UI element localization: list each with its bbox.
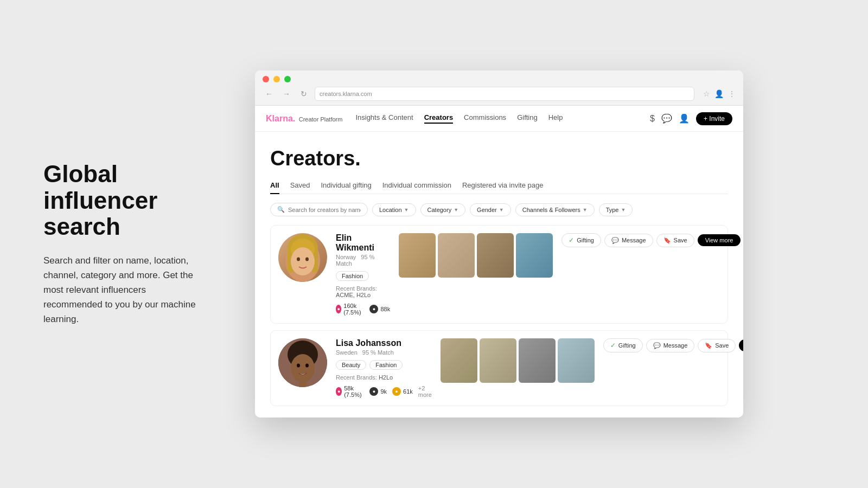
- star-icon[interactable]: ☆: [703, 89, 710, 98]
- category-filter[interactable]: Category ▼: [420, 203, 466, 216]
- preview-img-3-lisa: [519, 338, 556, 383]
- svg-rect-11: [299, 377, 307, 387]
- search-input[interactable]: [288, 207, 361, 213]
- save-button-elin[interactable]: 🔖 Save: [656, 234, 694, 247]
- svg-point-13: [305, 364, 309, 368]
- instagram-icon-lisa: ●: [336, 387, 342, 396]
- tab-saved[interactable]: Saved: [290, 181, 310, 194]
- view-more-button-elin[interactable]: View more: [698, 234, 741, 246]
- creator-meta-elin: Norway 95 % Match: [336, 254, 390, 267]
- gifting-button-lisa[interactable]: ✓ Gifting: [603, 338, 643, 352]
- invite-button[interactable]: + Invite: [696, 112, 732, 125]
- message-icon[interactable]: 💬: [661, 113, 672, 124]
- svg-point-7: [305, 258, 309, 261]
- dollar-icon[interactable]: $: [650, 114, 655, 124]
- url-text: creators.klarna.com: [320, 91, 372, 97]
- actions-row-elin: ✓ Gifting 💬 Message 🔖 Save View more: [561, 233, 741, 247]
- nav-creators[interactable]: Creators: [424, 113, 453, 124]
- toolbar-icons: ☆ 👤 ⋮: [703, 89, 736, 98]
- creator-images-lisa: [441, 338, 595, 383]
- creator-meta-lisa: Sweden 95 % Match: [336, 349, 432, 356]
- creator-tags-lisa: Beauty Fashion: [336, 360, 432, 370]
- creator-country-elin: Norway: [336, 254, 356, 260]
- creator-match-lisa: 95 % Match: [362, 349, 394, 356]
- hero-description: Search and filter on name, location, cha…: [43, 253, 201, 327]
- tag-fashion-lisa: Fashion: [369, 360, 403, 370]
- tab-individual-gifting[interactable]: Individual gifting: [321, 181, 372, 194]
- creator-info-lisa: Lisa Johansson Sweden 95 % Match Beauty …: [336, 338, 432, 398]
- actions-row-lisa: ✓ Gifting 💬 Message 🔖 Save View more: [603, 338, 743, 352]
- save-icon-lisa: 🔖: [705, 342, 712, 349]
- more-icon[interactable]: ⋮: [728, 89, 736, 98]
- yt-value-lisa: 61k: [403, 388, 413, 395]
- tiktok-icon-lisa: ●: [369, 387, 378, 396]
- more-label-lisa: +2 more: [418, 385, 432, 398]
- save-icon-elin: 🔖: [663, 237, 671, 244]
- preview-img-2-elin: [438, 233, 475, 278]
- back-button[interactable]: ←: [263, 87, 276, 100]
- creator-card-lisa: Lisa Johansson Sweden 95 % Match Beauty …: [270, 330, 728, 406]
- preview-img-1-lisa: [441, 338, 477, 383]
- forward-button[interactable]: →: [280, 87, 293, 100]
- page-title: Creators.: [270, 147, 728, 170]
- creator-name-elin: Elin Wikmenti: [336, 233, 390, 253]
- creator-stats-lisa: ● 58k (7.5%) ● 9k ● 61k +2 more: [336, 385, 432, 398]
- nav-links: Insights & Content Creators Commissions …: [355, 113, 650, 124]
- type-filter[interactable]: Type ▼: [599, 203, 633, 216]
- refresh-button[interactable]: ↻: [297, 87, 310, 100]
- location-filter[interactable]: Location ▼: [372, 203, 416, 216]
- browser-toolbar: ← → ↻ creators.klarna.com ☆ 👤 ⋮: [263, 87, 736, 105]
- view-more-button-lisa[interactable]: View more: [739, 339, 743, 351]
- search-box[interactable]: 🔍: [270, 203, 368, 216]
- check-icon-elin: ✓: [569, 236, 574, 244]
- tab-individual-commission[interactable]: Individual commission: [382, 181, 451, 194]
- main-content: Creators. All Saved Individual gifting I…: [255, 132, 743, 418]
- close-dot[interactable]: [263, 76, 269, 82]
- stat-tt-lisa: ● 9k: [369, 387, 387, 396]
- tab-registered-invite[interactable]: Registered via invite page: [462, 181, 544, 194]
- nav-commissions[interactable]: Commissions: [464, 113, 506, 124]
- nav-gifting[interactable]: Gifting: [517, 113, 538, 124]
- gender-filter[interactable]: Gender ▼: [470, 203, 511, 216]
- user-icon[interactable]: 👤: [714, 89, 724, 98]
- creator-card-elin: Elin Wikmenti Norway 95 % Match Fashion …: [270, 225, 728, 324]
- stat-ig-elin: ● 160k (7.5%): [336, 303, 364, 316]
- preview-img-4-lisa: [558, 338, 595, 383]
- svg-point-6: [297, 258, 300, 261]
- browser-chrome: ← → ↻ creators.klarna.com ☆ 👤 ⋮: [255, 70, 743, 106]
- brand-logo: Klarna. Creator Platform: [266, 114, 342, 124]
- message-button-elin[interactable]: 💬 Message: [604, 234, 653, 247]
- gifting-button-elin[interactable]: ✓ Gifting: [561, 233, 601, 247]
- youtube-icon-lisa: ●: [392, 387, 401, 396]
- address-bar[interactable]: creators.klarna.com: [315, 87, 694, 101]
- ig-value-elin: 160k (7.5%): [343, 303, 364, 316]
- message-icon-lisa: 💬: [653, 342, 661, 349]
- creator-country-lisa: Sweden: [336, 349, 358, 356]
- browser-titlebar: [263, 76, 736, 82]
- instagram-icon-elin: ●: [336, 305, 341, 313]
- filters-bar: 🔍 Location ▼ Category ▼ Gender ▼ Channel…: [270, 203, 728, 216]
- stat-yt-lisa: ● 61k: [392, 387, 413, 396]
- stat-tt-elin: ● 88k: [369, 305, 390, 313]
- check-icon-lisa: ✓: [610, 342, 616, 349]
- creator-images-elin: [399, 233, 553, 278]
- message-button-lisa[interactable]: 💬 Message: [646, 339, 695, 352]
- nav-insights[interactable]: Insights & Content: [355, 113, 413, 124]
- browser-window: ← → ↻ creators.klarna.com ☆ 👤 ⋮ Klarna. …: [255, 70, 743, 418]
- profile-icon[interactable]: 👤: [679, 113, 690, 124]
- tag-fashion-elin: Fashion: [336, 271, 369, 281]
- nav-help[interactable]: Help: [548, 113, 563, 124]
- channels-followers-filter[interactable]: Channels & Followers ▼: [515, 203, 595, 216]
- creator-info-elin: Elin Wikmenti Norway 95 % Match Fashion …: [336, 233, 390, 316]
- tabs-bar: All Saved Individual gifting Individual …: [270, 181, 728, 194]
- save-button-lisa[interactable]: 🔖 Save: [698, 339, 736, 352]
- avatar-lisa: [278, 338, 327, 387]
- tt-value-lisa: 9k: [380, 388, 387, 395]
- creator-stats-elin: ● 160k (7.5%) ● 88k: [336, 303, 390, 316]
- minimize-dot[interactable]: [273, 76, 280, 82]
- preview-img-1-elin: [399, 233, 436, 278]
- maximize-dot[interactable]: [284, 76, 291, 82]
- nav-actions: $ 💬 👤 + Invite: [650, 112, 732, 125]
- svg-point-5: [291, 247, 315, 275]
- tab-all[interactable]: All: [270, 181, 279, 194]
